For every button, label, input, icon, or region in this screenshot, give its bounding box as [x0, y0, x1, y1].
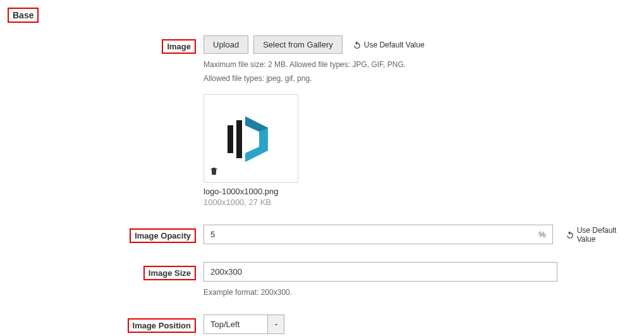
label-col: Image Size — [8, 262, 204, 280]
image-help-2: Allowed file types: jpeg, gif, png. — [204, 74, 636, 83]
image-help-1: Maximum file size: 2 MB. Allowed file ty… — [204, 60, 636, 69]
label-col: Image — [8, 35, 204, 54]
image-reset-label: Use Default Value — [364, 40, 425, 49]
image-size-row: Image Size Example format: 200x300. — [8, 262, 636, 297]
image-label: Image — [162, 39, 196, 54]
select-from-gallery-button[interactable]: Select from Gallery — [253, 35, 343, 54]
undo-icon — [566, 230, 574, 239]
image-file-meta: 1000x1000, 27 KB — [204, 197, 636, 207]
image-row: Image Upload Select from Gallery Use Def… — [8, 35, 636, 207]
section-title: Base — [8, 8, 39, 23]
image-reset-link[interactable]: Use Default Value — [348, 40, 425, 49]
image-button-group: Upload Select from Gallery Use Default V… — [204, 35, 636, 54]
position-value: Top/Left — [204, 315, 267, 333]
opacity-reset-link[interactable]: Use Default Value — [561, 226, 636, 244]
position-select[interactable]: Top/Left — [204, 314, 284, 334]
chevron-down-icon — [267, 315, 284, 333]
size-field-col: Example format: 200x300. — [204, 262, 636, 297]
image-file-name: logo-1000x1000.png — [204, 187, 636, 196]
opacity-field-row: % Use Default Value — [204, 225, 636, 244]
opacity-field-col: % Use Default Value — [204, 225, 636, 244]
undo-icon — [353, 40, 361, 49]
upload-button[interactable]: Upload — [204, 35, 248, 54]
svg-rect-0 — [228, 125, 233, 153]
opacity-input-wrap: % — [204, 225, 553, 244]
image-position-label: Image Position — [128, 318, 196, 333]
size-help: Example format: 200x300. — [204, 288, 636, 297]
size-input[interactable] — [204, 262, 557, 282]
label-col: Image Opacity — [8, 225, 204, 243]
logo-icon — [210, 101, 291, 177]
image-position-row: Image Position Top/Left — [8, 314, 636, 334]
percent-suffix: % — [532, 225, 552, 244]
image-field: Upload Select from Gallery Use Default V… — [204, 35, 636, 207]
position-field-col: Top/Left — [204, 314, 636, 334]
image-size-label: Image Size — [143, 266, 196, 280]
image-opacity-row: Image Opacity % Use Default Value — [8, 225, 636, 244]
opacity-input[interactable] — [204, 225, 532, 244]
opacity-reset-label: Use Default Value — [577, 226, 636, 244]
image-opacity-label: Image Opacity — [130, 228, 196, 243]
image-thumbnail — [204, 94, 298, 183]
label-col: Image Position — [8, 314, 204, 333]
trash-icon[interactable] — [209, 166, 219, 178]
svg-rect-1 — [236, 120, 242, 158]
